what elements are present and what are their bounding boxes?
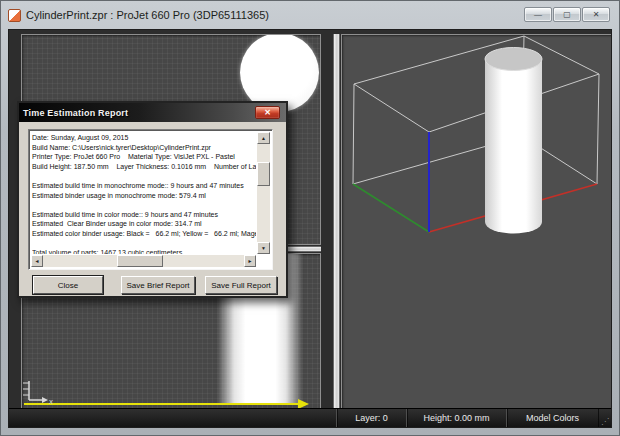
- axis-indicator-icon: x: [21, 378, 58, 408]
- report-line: Build Height: 187.50 mm Layer Thickness:…: [32, 162, 256, 172]
- build-volume-wireframe: [342, 35, 612, 410]
- build-bed-line: [24, 403, 304, 405]
- window-title: CylinderPrint.zpr : ProJet 660 Pro (3DP6…: [26, 9, 269, 21]
- report-line: Estimated color binder usage: Black = 66…: [32, 229, 256, 239]
- dialog-close-icon[interactable]: ✕: [255, 106, 280, 119]
- maximize-icon[interactable]: ▢: [553, 7, 581, 22]
- report-line: [32, 171, 256, 181]
- horizontal-scrollbar[interactable]: ◄ ►: [31, 255, 256, 267]
- save-full-report-button[interactable]: Save Full Report: [205, 276, 277, 294]
- report-line: Estimated build time in monochrome mode:…: [32, 181, 256, 191]
- vertical-scroll-thumb[interactable]: [257, 162, 270, 186]
- report-line: Date: Sunday, August 09, 2015: [32, 133, 256, 143]
- status-layer: Layer: 0: [336, 409, 406, 427]
- save-brief-report-button[interactable]: Save Brief Report: [121, 276, 195, 294]
- scroll-down-icon[interactable]: ▼: [257, 242, 270, 254]
- viewport-3d-view[interactable]: [341, 34, 612, 410]
- report-line: Estimated Clear Binder usage in color mo…: [32, 219, 256, 229]
- close-button[interactable]: Close: [33, 276, 103, 294]
- y-axis-green: [353, 184, 429, 232]
- scroll-up-icon[interactable]: ▲: [257, 132, 270, 144]
- report-line: [32, 200, 256, 210]
- report-text-area[interactable]: Date: Sunday, August 09, 2015 Build Name…: [28, 129, 273, 270]
- vertical-scrollbar[interactable]: ▲ ▼: [257, 132, 270, 254]
- x-axis-label: x: [49, 397, 53, 406]
- report-line: [32, 239, 256, 249]
- close-icon[interactable]: ✕: [582, 7, 610, 22]
- report-line: Printer Type: ProJet 660 Pro Material Ty…: [32, 152, 256, 162]
- dialog-title: Time Estimation Report: [23, 108, 128, 118]
- dialog-title-bar[interactable]: Time Estimation Report: [19, 103, 286, 122]
- vertical-splitter[interactable]: [333, 34, 340, 410]
- app-window: CylinderPrint.zpr : ProJet 660 Pro (3DP6…: [0, 0, 620, 436]
- status-bar: Layer: 0 Height: 0.00 mm Model Colors ⋰: [9, 408, 611, 427]
- status-spacer: [9, 409, 336, 427]
- resize-grip-icon[interactable]: ⋰: [598, 409, 611, 427]
- report-line: Estimated binder usage in monochrome mod…: [32, 191, 256, 201]
- report-line: Estimated build time in color mode:: 9 h…: [32, 210, 256, 220]
- minimize-icon[interactable]: —: [524, 7, 552, 22]
- cylinder-3d-model[interactable]: [485, 48, 542, 234]
- app-icon: [8, 9, 21, 22]
- title-bar[interactable]: CylinderPrint.zpr : ProJet 660 Pro (3DP6…: [2, 1, 618, 29]
- status-height: Height: 0.00 mm: [406, 409, 506, 427]
- scroll-left-icon[interactable]: ◄: [31, 255, 43, 267]
- scroll-right-icon[interactable]: ►: [244, 255, 256, 267]
- window-controls: — ▢ ✕: [524, 7, 610, 22]
- status-model-colors[interactable]: Model Colors: [506, 409, 598, 427]
- horizontal-scroll-thumb[interactable]: [117, 255, 163, 267]
- time-estimation-dialog: Time Estimation Report ✕ Date: Sunday, A…: [17, 101, 288, 298]
- report-line: Total volume of parts: 1467.13 cubic cen…: [32, 248, 256, 254]
- report-text: Date: Sunday, August 09, 2015 Build Name…: [32, 133, 256, 254]
- wireframe-edges: [353, 36, 599, 184]
- report-line: Build Name: C:\Users\nick.tyrer\Desktop\…: [32, 143, 256, 153]
